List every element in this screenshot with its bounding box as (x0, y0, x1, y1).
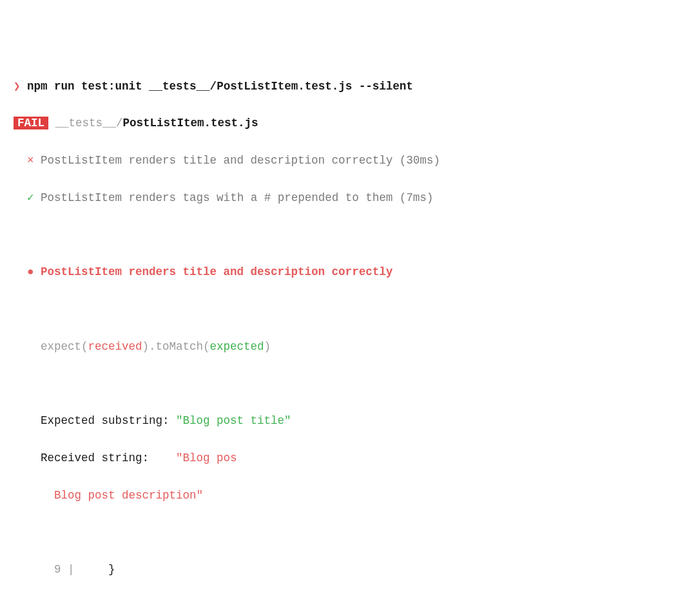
received-label: Received string: (41, 452, 149, 464)
fail-mark-icon: × (27, 154, 34, 167)
focus-name: PostListItem renders title and descripti… (41, 265, 393, 278)
focus-line: ● PostListItem renders title and descrip… (0, 263, 700, 281)
fail-header-line: FAIL __tests__/PostListItem.test.js (0, 114, 700, 133)
expected-label: Expected substring: (41, 414, 170, 427)
test-fail-item: × PostListItem renders title and descrip… (0, 151, 700, 170)
blank-line (0, 524, 700, 542)
received-line: Received string: "Blog pos (0, 449, 700, 468)
assertion-line: expect(received).toMatch(expected) (0, 338, 700, 356)
received-value: "Blog pos (176, 452, 237, 464)
fail-test-name: PostListItem renders title and descripti… (41, 154, 393, 167)
tomatch-close: ) (264, 340, 271, 353)
code-line-10: 10 | }) (0, 598, 700, 601)
blank-line (0, 375, 700, 394)
prompt-command: npm run test:unit __tests__/PostListItem… (27, 80, 413, 93)
expected-value: "Blog post title" (176, 414, 291, 427)
pipe: | (68, 563, 75, 576)
blank-line (0, 300, 700, 319)
received-value-cont: Blog post description" (54, 489, 203, 502)
test-pass-item: ✓ PostListItem renders tags with a # pre… (0, 189, 700, 207)
file-name: PostListItem.test.js (123, 117, 258, 129)
fail-time: (30ms) (400, 154, 440, 167)
pass-test-name: PostListItem renders tags with a # prepe… (41, 191, 393, 204)
blank-line (0, 226, 700, 245)
prompt-chevron: ❯ (14, 80, 21, 93)
tomatch-open: ).toMatch( (142, 340, 210, 353)
code-line-9: 9 | } (0, 560, 700, 579)
expected-token: expected (210, 340, 264, 353)
pass-mark-icon: ✓ (27, 191, 34, 204)
file-path: __tests__/ (55, 117, 123, 129)
lineno: 9 (41, 563, 61, 576)
fail-badge: FAIL (14, 117, 48, 129)
bullet-icon: ● (27, 265, 34, 278)
expected-line: Expected substring: "Blog post title" (0, 412, 700, 430)
code-text: } (81, 563, 115, 576)
expect-open: expect( (41, 340, 88, 353)
received-token: received (88, 340, 142, 353)
pass-time: (7ms) (400, 191, 434, 204)
prompt-line: ❯ npm run test:unit __tests__/PostListIt… (0, 77, 700, 96)
received-line-2: Blog post description" (0, 486, 700, 505)
